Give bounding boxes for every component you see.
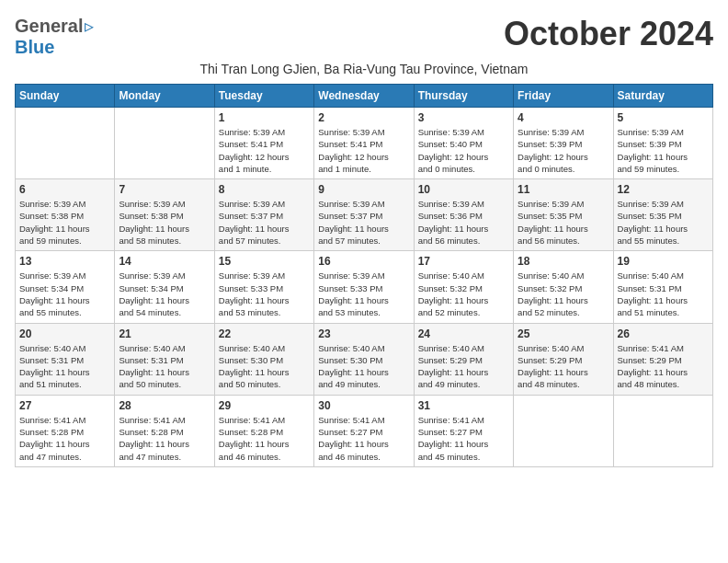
day-number: 27 xyxy=(19,399,110,412)
calendar-cell: 20Sunrise: 5:40 AM Sunset: 5:31 PM Dayli… xyxy=(16,323,115,395)
day-info: Sunrise: 5:41 AM Sunset: 5:27 PM Dayligh… xyxy=(318,414,409,463)
calendar-cell: 6Sunrise: 5:39 AM Sunset: 5:38 PM Daylig… xyxy=(16,179,115,251)
weekday-header-monday: Monday xyxy=(115,85,214,108)
day-number: 26 xyxy=(618,327,709,340)
day-info: Sunrise: 5:39 AM Sunset: 5:38 PM Dayligh… xyxy=(119,198,210,247)
calendar-cell: 19Sunrise: 5:40 AM Sunset: 5:31 PM Dayli… xyxy=(613,251,712,323)
calendar-cell: 9Sunrise: 5:39 AM Sunset: 5:37 PM Daylig… xyxy=(314,179,414,251)
day-info: Sunrise: 5:41 AM Sunset: 5:28 PM Dayligh… xyxy=(19,414,110,463)
day-number: 15 xyxy=(219,255,310,268)
weekday-header-thursday: Thursday xyxy=(414,85,513,108)
day-number: 5 xyxy=(618,111,709,124)
calendar-cell: 25Sunrise: 5:40 AM Sunset: 5:29 PM Dayli… xyxy=(514,323,613,395)
day-info: Sunrise: 5:39 AM Sunset: 5:41 PM Dayligh… xyxy=(219,126,310,175)
calendar-cell: 3Sunrise: 5:39 AM Sunset: 5:40 PM Daylig… xyxy=(414,108,513,179)
calendar-cell: 31Sunrise: 5:41 AM Sunset: 5:27 PM Dayli… xyxy=(414,395,513,466)
calendar-week-5: 27Sunrise: 5:41 AM Sunset: 5:28 PM Dayli… xyxy=(16,395,713,466)
weekday-header-tuesday: Tuesday xyxy=(214,85,313,108)
day-number: 19 xyxy=(618,255,709,268)
calendar-cell: 10Sunrise: 5:39 AM Sunset: 5:36 PM Dayli… xyxy=(414,179,513,251)
day-number: 22 xyxy=(219,327,310,340)
weekday-header-row: SundayMondayTuesdayWednesdayThursdayFrid… xyxy=(16,85,713,108)
calendar-week-3: 13Sunrise: 5:39 AM Sunset: 5:34 PM Dayli… xyxy=(16,251,713,323)
day-number: 1 xyxy=(219,111,310,124)
day-info: Sunrise: 5:40 AM Sunset: 5:31 PM Dayligh… xyxy=(119,342,210,391)
day-number: 28 xyxy=(119,399,210,412)
calendar-cell: 26Sunrise: 5:41 AM Sunset: 5:29 PM Dayli… xyxy=(613,323,712,395)
calendar-week-2: 6Sunrise: 5:39 AM Sunset: 5:38 PM Daylig… xyxy=(16,179,713,251)
calendar-cell: 17Sunrise: 5:40 AM Sunset: 5:32 PM Dayli… xyxy=(414,251,513,323)
logo: General ▹ Blue xyxy=(15,15,94,58)
day-number: 3 xyxy=(418,111,509,124)
day-info: Sunrise: 5:39 AM Sunset: 5:39 PM Dayligh… xyxy=(518,126,609,175)
calendar-week-1: 1Sunrise: 5:39 AM Sunset: 5:41 PM Daylig… xyxy=(16,108,713,179)
day-number: 7 xyxy=(119,183,210,196)
day-number: 18 xyxy=(518,255,609,268)
header: General ▹ Blue October 2024 xyxy=(15,15,713,58)
calendar-cell: 23Sunrise: 5:40 AM Sunset: 5:30 PM Dayli… xyxy=(314,323,414,395)
calendar-cell: 1Sunrise: 5:39 AM Sunset: 5:41 PM Daylig… xyxy=(214,108,313,179)
day-info: Sunrise: 5:39 AM Sunset: 5:34 PM Dayligh… xyxy=(19,270,110,318)
day-info: Sunrise: 5:39 AM Sunset: 5:36 PM Dayligh… xyxy=(418,198,509,247)
day-number: 13 xyxy=(19,255,110,268)
day-number: 8 xyxy=(219,183,310,196)
calendar-cell: 13Sunrise: 5:39 AM Sunset: 5:34 PM Dayli… xyxy=(16,251,115,323)
calendar-cell: 18Sunrise: 5:40 AM Sunset: 5:32 PM Dayli… xyxy=(514,251,613,323)
calendar-cell: 24Sunrise: 5:40 AM Sunset: 5:29 PM Dayli… xyxy=(414,323,513,395)
day-info: Sunrise: 5:40 AM Sunset: 5:31 PM Dayligh… xyxy=(618,270,709,318)
calendar-cell: 5Sunrise: 5:39 AM Sunset: 5:39 PM Daylig… xyxy=(613,108,712,179)
day-info: Sunrise: 5:40 AM Sunset: 5:29 PM Dayligh… xyxy=(518,342,609,391)
day-number: 30 xyxy=(318,399,409,412)
logo-general: General xyxy=(15,16,83,37)
logo-blue: Blue xyxy=(15,37,54,57)
calendar-cell: 15Sunrise: 5:39 AM Sunset: 5:33 PM Dayli… xyxy=(214,251,313,323)
day-info: Sunrise: 5:41 AM Sunset: 5:28 PM Dayligh… xyxy=(119,414,210,463)
calendar-cell: 8Sunrise: 5:39 AM Sunset: 5:37 PM Daylig… xyxy=(214,179,313,251)
day-info: Sunrise: 5:41 AM Sunset: 5:27 PM Dayligh… xyxy=(418,414,509,463)
calendar-cell: 27Sunrise: 5:41 AM Sunset: 5:28 PM Dayli… xyxy=(16,395,115,466)
day-info: Sunrise: 5:39 AM Sunset: 5:34 PM Dayligh… xyxy=(119,270,210,318)
day-info: Sunrise: 5:39 AM Sunset: 5:37 PM Dayligh… xyxy=(318,198,409,247)
day-number: 16 xyxy=(318,255,409,268)
calendar-cell: 16Sunrise: 5:39 AM Sunset: 5:33 PM Dayli… xyxy=(314,251,414,323)
calendar-cell: 12Sunrise: 5:39 AM Sunset: 5:35 PM Dayli… xyxy=(613,179,712,251)
weekday-header-friday: Friday xyxy=(514,85,613,108)
weekday-header-wednesday: Wednesday xyxy=(314,85,414,108)
day-info: Sunrise: 5:40 AM Sunset: 5:32 PM Dayligh… xyxy=(518,270,609,318)
day-info: Sunrise: 5:39 AM Sunset: 5:41 PM Dayligh… xyxy=(318,126,409,175)
day-number: 4 xyxy=(518,111,609,124)
calendar-week-4: 20Sunrise: 5:40 AM Sunset: 5:31 PM Dayli… xyxy=(16,323,713,395)
day-number: 31 xyxy=(418,399,509,412)
day-number: 20 xyxy=(19,327,110,340)
logo-bird-icon: ▹ xyxy=(85,15,94,37)
day-number: 9 xyxy=(318,183,409,196)
calendar-cell: 14Sunrise: 5:39 AM Sunset: 5:34 PM Dayli… xyxy=(115,251,214,323)
day-number: 29 xyxy=(219,399,310,412)
calendar-cell: 11Sunrise: 5:39 AM Sunset: 5:35 PM Dayli… xyxy=(514,179,613,251)
day-number: 24 xyxy=(418,327,509,340)
calendar-cell: 7Sunrise: 5:39 AM Sunset: 5:38 PM Daylig… xyxy=(115,179,214,251)
day-info: Sunrise: 5:39 AM Sunset: 5:37 PM Dayligh… xyxy=(219,198,310,247)
day-number: 12 xyxy=(618,183,709,196)
calendar-cell: 28Sunrise: 5:41 AM Sunset: 5:28 PM Dayli… xyxy=(115,395,214,466)
calendar-cell xyxy=(115,108,214,179)
day-number: 25 xyxy=(518,327,609,340)
day-info: Sunrise: 5:39 AM Sunset: 5:33 PM Dayligh… xyxy=(219,270,310,318)
day-number: 14 xyxy=(119,255,210,268)
day-number: 6 xyxy=(19,183,110,196)
calendar-cell: 22Sunrise: 5:40 AM Sunset: 5:30 PM Dayli… xyxy=(214,323,313,395)
month-title: October 2024 xyxy=(504,15,713,53)
day-info: Sunrise: 5:40 AM Sunset: 5:31 PM Dayligh… xyxy=(19,342,110,391)
day-number: 2 xyxy=(318,111,409,124)
day-info: Sunrise: 5:41 AM Sunset: 5:28 PM Dayligh… xyxy=(219,414,310,463)
calendar-cell xyxy=(613,395,712,466)
day-number: 10 xyxy=(418,183,509,196)
calendar: SundayMondayTuesdayWednesdayThursdayFrid… xyxy=(15,84,713,467)
day-info: Sunrise: 5:39 AM Sunset: 5:35 PM Dayligh… xyxy=(518,198,609,247)
calendar-cell: 2Sunrise: 5:39 AM Sunset: 5:41 PM Daylig… xyxy=(314,108,414,179)
day-number: 17 xyxy=(418,255,509,268)
weekday-header-saturday: Saturday xyxy=(613,85,712,108)
calendar-cell xyxy=(16,108,115,179)
day-info: Sunrise: 5:39 AM Sunset: 5:35 PM Dayligh… xyxy=(618,198,709,247)
day-info: Sunrise: 5:40 AM Sunset: 5:30 PM Dayligh… xyxy=(219,342,310,391)
